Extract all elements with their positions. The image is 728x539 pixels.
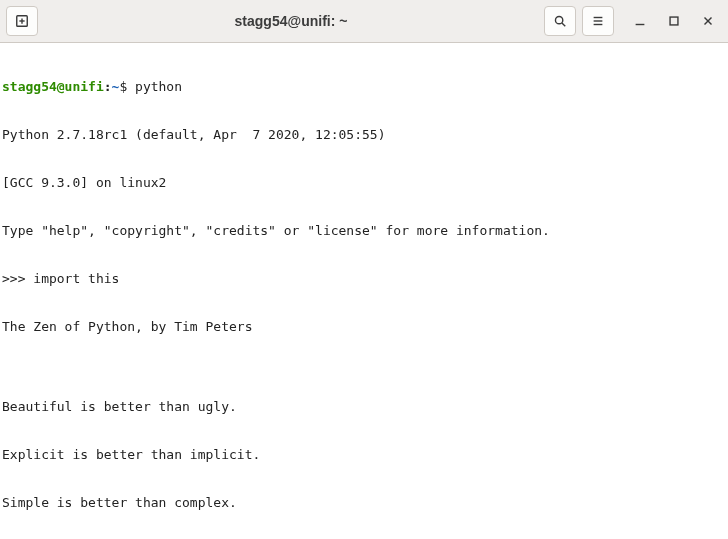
repl-import-line: >>> import this xyxy=(2,271,726,287)
toolbar-right xyxy=(544,6,614,36)
new-tab-button[interactable] xyxy=(6,6,38,36)
svg-line-4 xyxy=(562,23,565,26)
minimize-icon xyxy=(633,14,647,28)
svg-point-3 xyxy=(555,16,562,23)
window-controls xyxy=(626,7,722,35)
search-icon xyxy=(553,14,567,28)
terminal-window: stagg54@unifi: ~ xyxy=(0,0,728,539)
prompt-separator: : xyxy=(104,79,112,94)
import-command: import this xyxy=(33,271,119,286)
help-line: Type "help", "copyright", "credits" or "… xyxy=(2,223,726,239)
zen-line: Beautiful is better than ugly. xyxy=(2,399,726,415)
zen-line: Simple is better than complex. xyxy=(2,495,726,511)
new-tab-icon xyxy=(15,14,29,28)
hamburger-icon xyxy=(591,14,605,28)
shell-command: python xyxy=(135,79,182,94)
shell-prompt-line: stagg54@unifi:~$ python xyxy=(2,79,726,95)
search-button[interactable] xyxy=(544,6,576,36)
gcc-line: [GCC 9.3.0] on linux2 xyxy=(2,175,726,191)
close-button[interactable] xyxy=(694,7,722,35)
terminal-body[interactable]: stagg54@unifi:~$ python Python 2.7.18rc1… xyxy=(0,43,728,539)
python-version-line: Python 2.7.18rc1 (default, Apr 7 2020, 1… xyxy=(2,127,726,143)
titlebar: stagg54@unifi: ~ xyxy=(0,0,728,43)
maximize-button[interactable] xyxy=(660,7,688,35)
zen-title: The Zen of Python, by Tim Peters xyxy=(2,319,726,335)
zen-line: Explicit is better than implicit. xyxy=(2,447,726,463)
minimize-button[interactable] xyxy=(626,7,654,35)
svg-rect-9 xyxy=(670,17,678,25)
close-icon xyxy=(701,14,715,28)
prompt-user-host: stagg54@unifi xyxy=(2,79,104,94)
hamburger-menu-button[interactable] xyxy=(582,6,614,36)
repl-prompt: >>> xyxy=(2,271,33,286)
window-title: stagg54@unifi: ~ xyxy=(44,13,538,29)
maximize-icon xyxy=(667,14,681,28)
prompt-dollar: $ xyxy=(119,79,127,94)
